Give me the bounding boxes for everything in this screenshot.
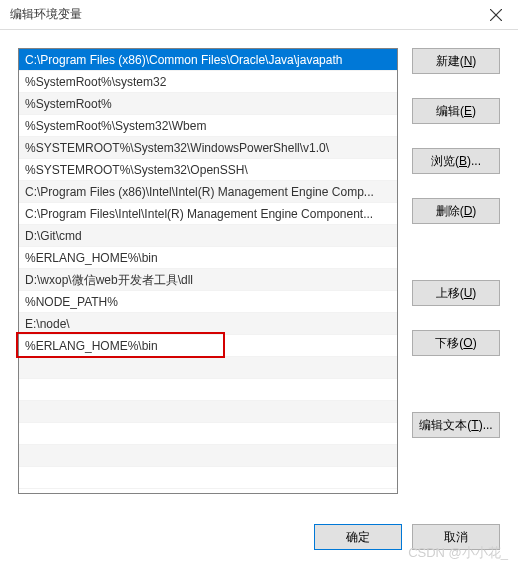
list-item[interactable]: D:\Git\cmd <box>19 225 397 247</box>
delete-tail: ) <box>472 204 476 218</box>
list-item[interactable] <box>19 401 397 423</box>
browse-tail: )... <box>467 154 481 168</box>
list-item[interactable]: C:\Program Files (x86)\Common Files\Orac… <box>19 49 397 71</box>
list-item[interactable]: D:\wxop\微信web开发者工具\dll <box>19 269 397 291</box>
list-item[interactable]: %ERLANG_HOME%\bin <box>19 335 397 357</box>
list-item[interactable] <box>19 357 397 379</box>
edit-accel: E <box>464 104 472 118</box>
delete-accel: D <box>464 204 473 218</box>
list-item[interactable]: %SystemRoot% <box>19 93 397 115</box>
movedown-button[interactable]: 下移(O) <box>412 330 500 356</box>
new-label: 新建( <box>436 53 464 70</box>
moveup-button[interactable]: 上移(U) <box>412 280 500 306</box>
content-area: C:\Program Files (x86)\Common Files\Orac… <box>0 30 518 512</box>
new-tail: ) <box>472 54 476 68</box>
new-accel: N <box>464 54 473 68</box>
moveup-tail: ) <box>472 286 476 300</box>
movedown-label: 下移( <box>435 335 463 352</box>
edittext-label: 编辑文本( <box>419 417 471 434</box>
path-listbox[interactable]: C:\Program Files (x86)\Common Files\Orac… <box>18 48 398 494</box>
moveup-label: 上移( <box>436 285 464 302</box>
close-icon <box>490 9 502 21</box>
list-item[interactable]: E:\node\ <box>19 313 397 335</box>
list-item[interactable]: C:\Program Files (x86)\Intel\Intel(R) Ma… <box>19 181 397 203</box>
delete-label: 删除( <box>436 203 464 220</box>
edit-label: 编辑( <box>436 103 464 120</box>
edit-button[interactable]: 编辑(E) <box>412 98 500 124</box>
list-item[interactable]: %SystemRoot%\system32 <box>19 71 397 93</box>
list-item[interactable]: %ERLANG_HOME%\bin <box>19 247 397 269</box>
edittext-button[interactable]: 编辑文本(T)... <box>412 412 500 438</box>
list-item[interactable] <box>19 445 397 467</box>
edittext-accel: T <box>471 418 478 432</box>
delete-button[interactable]: 删除(D) <box>412 198 500 224</box>
edittext-tail: )... <box>479 418 493 432</box>
list-item[interactable]: C:\Program Files\Intel\Intel(R) Manageme… <box>19 203 397 225</box>
moveup-accel: U <box>464 286 473 300</box>
list-item[interactable]: %SYSTEMROOT%\System32\OpenSSH\ <box>19 159 397 181</box>
browse-label: 浏览( <box>431 153 459 170</box>
new-button[interactable]: 新建(N) <box>412 48 500 74</box>
ok-button[interactable]: 确定 <box>314 524 402 550</box>
window-title: 编辑环境变量 <box>10 6 82 23</box>
edit-tail: ) <box>472 104 476 118</box>
list-item[interactable] <box>19 423 397 445</box>
titlebar: 编辑环境变量 <box>0 0 518 30</box>
list-item[interactable]: %SystemRoot%\System32\Wbem <box>19 115 397 137</box>
cancel-button[interactable]: 取消 <box>412 524 500 550</box>
footer: 确定 取消 <box>0 512 518 566</box>
list-item[interactable] <box>19 467 397 489</box>
list-item[interactable]: %NODE_PATH% <box>19 291 397 313</box>
close-button[interactable] <box>482 1 510 29</box>
movedown-accel: O <box>463 336 472 350</box>
list-item[interactable]: %SYSTEMROOT%\System32\WindowsPowerShell\… <box>19 137 397 159</box>
browse-accel: B <box>459 154 467 168</box>
movedown-tail: ) <box>473 336 477 350</box>
list-item[interactable] <box>19 379 397 401</box>
browse-button[interactable]: 浏览(B)... <box>412 148 500 174</box>
button-sidebar: 新建(N) 编辑(E) 浏览(B)... 删除(D) 上移(U) 下移(O) 编… <box>412 48 500 494</box>
